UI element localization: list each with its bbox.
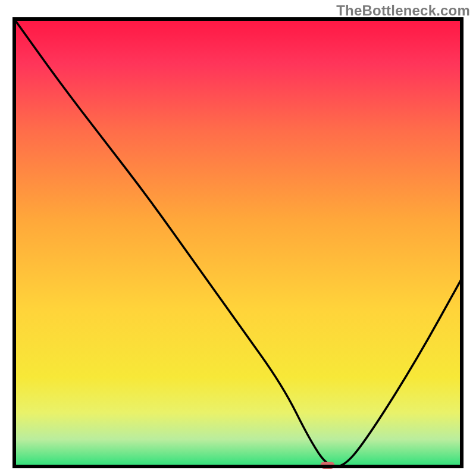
chart-container: TheBottleneck.com <box>0 0 476 476</box>
plot-background <box>14 19 462 466</box>
bottleneck-chart <box>0 0 476 476</box>
